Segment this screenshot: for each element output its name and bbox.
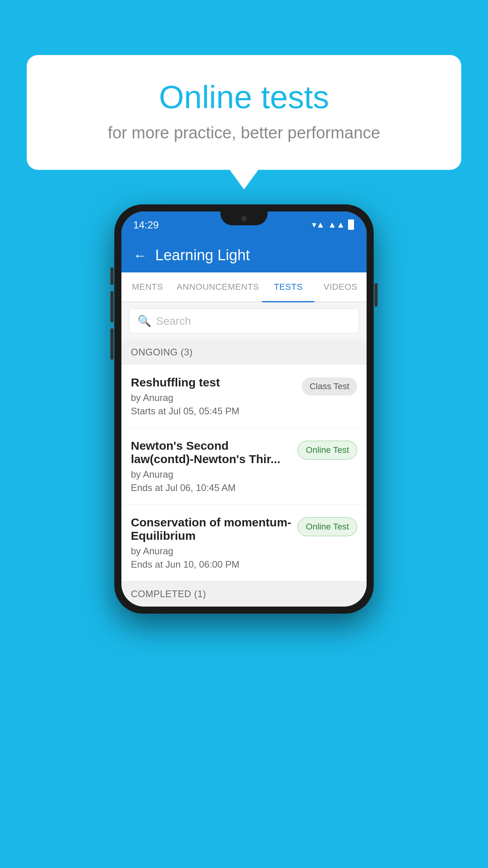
tab-tests[interactable]: TESTS (262, 272, 314, 302)
test-name: Newton's Second law(contd)-Newton's Thir… (131, 439, 291, 466)
search-container: 🔍 Search (121, 302, 367, 340)
test-name: Reshuffling test (131, 376, 295, 389)
test-info: Conservation of momentum-Equilibrium by … (131, 516, 291, 570)
volume-down-button (110, 328, 114, 360)
test-item[interactable]: Newton's Second law(contd)-Newton's Thir… (121, 428, 367, 505)
test-badge-class: Class Test (302, 377, 357, 395)
app-header: ← Learning Light (121, 238, 367, 272)
phone-container: 14:29 ▾▲ ▲▲ ▉ ← Learning Light MENTS (114, 204, 374, 614)
signal-icon: ▲▲ (328, 220, 345, 230)
battery-icon: ▉ (348, 220, 355, 230)
search-box[interactable]: 🔍 Search (129, 309, 359, 333)
power-button (374, 283, 378, 307)
speech-bubble-subtitle: for more practice, better performance (58, 123, 430, 142)
test-list: Reshuffling test by Anurag Starts at Jul… (121, 365, 367, 581)
test-time: Starts at Jul 05, 05:45 PM (131, 406, 295, 417)
test-item[interactable]: Conservation of momentum-Equilibrium by … (121, 505, 367, 581)
status-bar: 14:29 ▾▲ ▲▲ ▉ (121, 211, 367, 238)
test-name: Conservation of momentum-Equilibrium (131, 516, 291, 542)
test-time: Ends at Jul 06, 10:45 AM (131, 482, 291, 493)
speech-bubble: Online tests for more practice, better p… (27, 55, 461, 170)
status-icons: ▾▲ ▲▲ ▉ (312, 220, 355, 230)
tab-announcements[interactable]: ANNOUNCEMENTS (174, 272, 262, 302)
status-time: 14:29 (133, 219, 159, 231)
phone-screen: 14:29 ▾▲ ▲▲ ▉ ← Learning Light MENTS (121, 211, 367, 607)
tab-videos[interactable]: VIDEOS (314, 272, 367, 302)
tabs-container: MENTS ANNOUNCEMENTS TESTS VIDEOS (121, 272, 367, 302)
tab-ments[interactable]: MENTS (121, 272, 174, 302)
speech-bubble-container: Online tests for more practice, better p… (27, 55, 461, 170)
notch (220, 211, 268, 225)
test-author: by Anurag (131, 546, 291, 557)
volume-up-button (110, 291, 114, 322)
wifi-icon: ▾▲ (312, 220, 325, 230)
volume-silent-button (110, 267, 114, 285)
app-title: Learning Light (155, 247, 250, 264)
test-author: by Anurag (131, 469, 291, 480)
test-info: Newton's Second law(contd)-Newton's Thir… (131, 439, 291, 493)
completed-label: COMPLETED (1) (131, 588, 206, 599)
ongoing-section-header: ONGOING (3) (121, 340, 367, 365)
completed-section-header: COMPLETED (1) (121, 581, 367, 607)
ongoing-label: ONGOING (3) (131, 347, 193, 357)
speech-bubble-title: Online tests (58, 79, 430, 116)
test-badge-online: Online Test (297, 517, 357, 536)
test-info: Reshuffling test by Anurag Starts at Jul… (131, 376, 295, 417)
back-button[interactable]: ← (133, 247, 147, 264)
test-time: Ends at Jun 10, 06:00 PM (131, 559, 291, 570)
test-badge-online: Online Test (297, 441, 357, 460)
camera (241, 216, 247, 221)
search-icon: 🔍 (138, 314, 151, 327)
search-placeholder: Search (156, 315, 191, 327)
test-author: by Anurag (131, 392, 295, 403)
test-item[interactable]: Reshuffling test by Anurag Starts at Jul… (121, 365, 367, 428)
phone-outer: 14:29 ▾▲ ▲▲ ▉ ← Learning Light MENTS (114, 204, 374, 614)
